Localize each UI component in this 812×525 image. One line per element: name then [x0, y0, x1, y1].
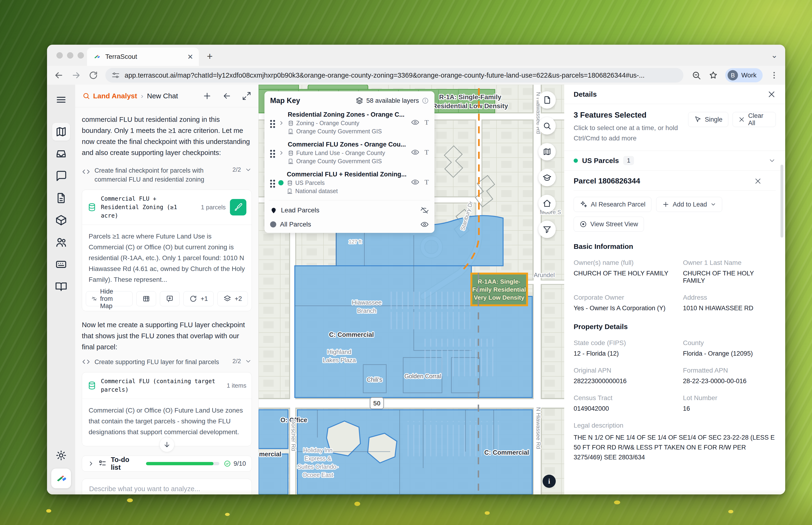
tab-search-chevron-icon[interactable]: ⌄: [771, 50, 778, 60]
details-scrollbar[interactable]: [781, 165, 783, 238]
svg-text:Chili's: Chili's: [367, 376, 382, 383]
url-text[interactable]: app.terrascout.ai/map?chatId=ly12xdfo08c…: [125, 72, 645, 79]
composer-input[interactable]: Describe what you want to analyze...: [82, 479, 251, 494]
visibility-off-icon[interactable]: [420, 206, 429, 214]
sidebar-item-inbox[interactable]: [52, 145, 70, 163]
browser-menu-icon[interactable]: [770, 71, 779, 80]
chat-composer[interactable]: Describe what you want to analyze... Age…: [82, 479, 252, 494]
sidebar-item-map[interactable]: [52, 123, 70, 141]
drag-handle[interactable]: [270, 119, 275, 128]
home-button[interactable]: [538, 195, 556, 212]
map-attribution-button[interactable]: i: [542, 475, 556, 488]
close-window-button[interactable]: [57, 52, 63, 59]
address-bar[interactable]: app.terrascout.ai/map?chatId=ly12xdfo08c…: [105, 68, 684, 82]
agent-breadcrumb[interactable]: Land Analyst: [82, 92, 137, 100]
checkpoint-row[interactable]: Create supporting FLU layer for final pa…: [82, 358, 252, 366]
us-parcels-group-row[interactable]: US Parcels 1: [564, 151, 785, 170]
map-key-layer-row[interactable]: Residential Zoning Zones - Orange C... Z…: [270, 111, 429, 135]
expand-row-chevron[interactable]: [278, 120, 285, 126]
basemap-button[interactable]: [538, 143, 556, 161]
map-key-layer-row[interactable]: Commercial FLU Zones - Orange Cou... Fut…: [270, 141, 429, 165]
history-button[interactable]: +1: [183, 291, 214, 306]
checkpoint-row[interactable]: Create final checkpoint for parcels with…: [82, 166, 252, 184]
map-search-button[interactable]: [538, 117, 556, 135]
single-select-button[interactable]: Single: [688, 112, 728, 127]
visibility-icon[interactable]: [411, 118, 419, 126]
chevron-right-icon[interactable]: [88, 460, 94, 467]
tab-strip: TerraScout ✕ + ⌄: [47, 45, 785, 66]
new-chat-button[interactable]: [202, 91, 212, 101]
layers-more-button[interactable]: +2: [217, 291, 248, 306]
add-to-lead-button[interactable]: Add to Lead: [656, 197, 722, 212]
visibility-icon[interactable]: [420, 220, 429, 229]
zoom-out-icon[interactable]: [691, 70, 701, 80]
collapse-group-chevron[interactable]: [768, 157, 776, 164]
remove-parcel-button[interactable]: [754, 177, 762, 185]
sidebar-item-documents[interactable]: [52, 189, 70, 207]
sidebar-item-contacts[interactable]: [52, 233, 70, 251]
sparkles-icon: [580, 200, 587, 208]
map-icon: [55, 125, 67, 138]
layer-title: Commercial FLU (containing target parcel…: [101, 377, 223, 394]
browser-profile-chip[interactable]: B Work: [725, 68, 763, 82]
sidebar-item-chat[interactable]: [52, 167, 70, 185]
hide-from-map-button[interactable]: Hide from Map: [86, 291, 133, 306]
sidebar-item-datasets[interactable]: [52, 211, 70, 229]
zoom-window-button[interactable]: [78, 52, 84, 59]
filter-button[interactable]: [538, 221, 556, 238]
browser-tab[interactable]: TerraScout ✕: [87, 47, 199, 66]
cursor-icon: [694, 116, 702, 123]
new-tab-button[interactable]: +: [207, 51, 213, 62]
breadcrumb-separator: ›: [141, 92, 143, 100]
back-button[interactable]: [53, 70, 64, 80]
map-canvas[interactable]: R-1A: Single-Family Residential Low Dens…: [259, 85, 564, 494]
table-view-button[interactable]: [136, 291, 156, 306]
field: Address1010 N HIAWASSEE RD: [683, 294, 776, 312]
expand-row-chevron[interactable]: [278, 150, 285, 156]
window-controls[interactable]: [57, 52, 84, 59]
lead-parcels-row[interactable]: Lead Parcels: [270, 206, 429, 214]
tune-icon[interactable]: [111, 71, 120, 79]
svg-text:Hiawassee: Hiawassee: [352, 299, 382, 306]
collapse-panel-button[interactable]: [222, 91, 232, 101]
chevron-down-icon[interactable]: [245, 358, 252, 365]
selected-parcel-highlight[interactable]: R-1AA: Single- Family Residential Very L…: [471, 273, 527, 305]
visibility-icon[interactable]: [411, 148, 419, 156]
label-toggle-icon[interactable]: T: [425, 149, 429, 156]
theme-toggle-button[interactable]: [52, 447, 70, 464]
todo-list-row[interactable]: To-do list 9/10: [82, 455, 252, 471]
ai-research-parcel-button[interactable]: AI Research Parcel: [573, 197, 652, 212]
label-toggle-icon[interactable]: T: [425, 179, 429, 185]
svg-text:Lakes Plaza: Lakes Plaza: [323, 357, 356, 364]
layer-checkpoint-card: Commercial FLU (containing target parcel…: [82, 372, 252, 446]
drag-handle[interactable]: [270, 179, 275, 188]
bookmark-star-icon[interactable]: [708, 70, 718, 80]
tab-close-icon[interactable]: ✕: [187, 53, 193, 61]
close-details-button[interactable]: [767, 90, 776, 99]
sidebar-menu-button[interactable]: [52, 91, 70, 109]
visibility-icon[interactable]: [411, 178, 419, 186]
sidebar-item-atlas[interactable]: [52, 278, 70, 296]
map-key-layer-row[interactable]: Commercial FLU + Residential Zoning... U…: [270, 171, 429, 195]
reload-button[interactable]: [88, 70, 98, 80]
label-toggle-icon[interactable]: T: [425, 119, 429, 126]
details-title: Details: [573, 90, 597, 98]
sidebar-item-leads[interactable]: [52, 255, 70, 273]
learn-button[interactable]: [538, 169, 556, 186]
available-layers-button[interactable]: 58 available layers: [355, 97, 429, 105]
all-parcels-row[interactable]: All Parcels: [270, 220, 429, 229]
expand-panel-button[interactable]: [242, 91, 251, 101]
view-street-view-button[interactable]: View Street View: [573, 216, 644, 232]
chevron-down-icon[interactable]: [245, 166, 252, 174]
report-tool-button[interactable]: [538, 91, 556, 109]
minimize-window-button[interactable]: [67, 52, 73, 59]
scroll-to-bottom-button[interactable]: [159, 437, 174, 452]
info-icon[interactable]: [422, 97, 429, 104]
forward-button[interactable]: [71, 70, 81, 80]
drag-handle[interactable]: [270, 149, 275, 158]
comment-button[interactable]: [160, 291, 180, 306]
clear-all-button[interactable]: Clear All: [733, 112, 776, 127]
field: Corporate OwnerYes - Owner Is A Corporat…: [573, 294, 674, 312]
style-layer-button[interactable]: [230, 199, 246, 215]
terrascout-logo[interactable]: [51, 468, 71, 488]
